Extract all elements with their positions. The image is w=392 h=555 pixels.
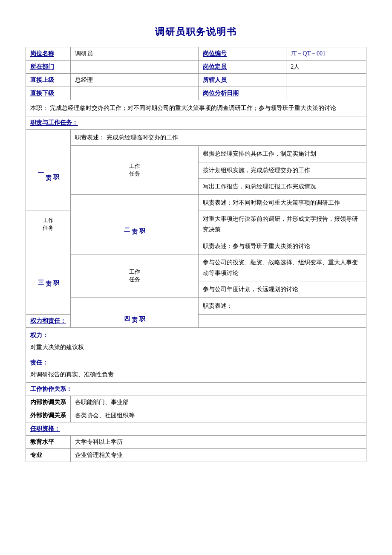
duty-3-task-2: 参与公司年度计划，长远规划的讨论 — [199, 281, 366, 298]
duty-content: 对调研报告的真实、准确性负责 — [30, 369, 362, 381]
table-row: 岗位名称 调研员 岗位编号 JT－QT－001 — [26, 47, 366, 61]
value-job-title: 调研员 — [71, 47, 199, 61]
external-relation-label: 外部协调关系 — [26, 409, 71, 422]
duty-1-task-3: 写出工作报告，向总经理汇报工作完成情况 — [199, 178, 366, 194]
duty-4-desc: 职责表述： — [199, 298, 366, 315]
duty-subtitle: 责任： — [30, 357, 362, 369]
label-job-title: 岗位名称 — [26, 47, 71, 61]
internal-relation-value: 各职能部门、事业部 — [71, 396, 366, 409]
duty-2-desc: 职责表述：对不同时期公司重大决策事项的调研工作 — [199, 194, 366, 211]
duty-2-task-label: 工作任务 — [26, 211, 71, 238]
internal-relation-label: 内部协调关系 — [26, 396, 71, 409]
duty-1-task-label: 工作任务 — [71, 146, 199, 195]
duty-1-task-1: 根据总经理安排的具体工作，制定实施计划 — [199, 146, 366, 162]
value-department — [71, 61, 199, 74]
table-row-duty-1-task-label: 工作任务 根据总经理安排的具体工作，制定实施计划 — [26, 146, 366, 162]
duty-3-desc: 职责表述：参与领导班子重大决策的讨论 — [199, 238, 366, 254]
power-subtitle: 权力： — [30, 330, 362, 341]
label-headcount: 岗位定员 — [199, 61, 286, 74]
table-row: 所在部门 岗位定员 2人 — [26, 61, 366, 74]
value-superior: 总经理 — [71, 74, 199, 87]
base-duty-cell: 本职： 完成总经理临时交办的工作；对不同时期公司的重大决策事项的调查调研工作；参… — [26, 100, 366, 116]
table-row-qualification-title: 任职资格： — [26, 422, 366, 436]
value-direct-sub — [71, 87, 199, 100]
duty-1-desc: 职责表述： 完成总经理临时交办的工作 — [71, 130, 366, 146]
table-row-power-content: 权力： 对重大决策的建议权 责任： 对调研报告的真实、准确性负责 — [26, 328, 366, 383]
major-value: 企业管理相关专业 — [71, 449, 366, 462]
duty-1-task-2: 按计划组织实施，完成总经理交办的工作 — [199, 162, 366, 178]
table-row-education: 教育水平 大学专科以上学历 — [26, 436, 366, 449]
table-row-duty-4: 职责四 职责表述： — [26, 298, 366, 315]
value-headcount: 2人 — [286, 61, 366, 74]
label-direct-sub: 直接下级 — [26, 87, 71, 100]
table-row-duty-1-desc: 职责一 职责表述： 完成总经理临时交办的工作 — [26, 130, 366, 146]
table-row-duty-2-desc: 职责二 职责表述：对不同时期公司重大决策事项的调研工作 — [26, 194, 366, 211]
work-relation-title: 工作协作关系： — [26, 383, 366, 396]
power-section-title: 权力和责任： — [26, 315, 366, 327]
page: 调研员职务说明书 岗位名称 调研员 岗位编号 JT－QT－001 所在部门 岗位… — [0, 0, 392, 555]
label-job-code: 岗位编号 — [199, 47, 286, 61]
table-row: 直接下级 岗位分析日期 — [26, 87, 366, 100]
table-row-duty-label: 职责与工作任务： — [26, 116, 366, 130]
table-row-internal-relation: 内部协调关系 各职能部门、事业部 — [26, 396, 366, 409]
education-value: 大学专科以上学历 — [71, 436, 366, 449]
duty-2-task-1: 对重大事项进行决策前的调研，并形成文字报告，报领导研究决策 — [199, 211, 366, 238]
label-department: 所在部门 — [26, 61, 71, 74]
table-row-duty-3-task-label: 工作任务 参与公司的投资、融资、战略选择、组织变革、重大人事变动等事项讨论 — [26, 254, 366, 281]
value-job-code: JT－QT－001 — [286, 47, 366, 61]
table-row: 直接上级 总经理 所辖人员 — [26, 74, 366, 87]
value-analysis-date — [286, 87, 366, 100]
duty-3-task-label: 工作任务 — [71, 254, 199, 298]
duty-1-id: 职责一 — [26, 130, 71, 211]
table-row-power-title: 权力和责任： — [26, 315, 366, 328]
label-analysis-date: 岗位分析日期 — [199, 87, 286, 100]
label-superior: 直接上级 — [26, 74, 71, 87]
label-subordinates: 所辖人员 — [199, 74, 286, 87]
table-row-base-duty: 本职： 完成总经理临时交办的工作；对不同时期公司的重大决策事项的调查调研工作；参… — [26, 100, 366, 116]
major-label: 专业 — [26, 449, 71, 462]
value-subordinates — [286, 74, 366, 87]
duty-2-id: 职责二 — [71, 194, 199, 254]
qualification-title: 任职资格： — [26, 422, 366, 436]
table-row-external-relation: 外部协调关系 各类协会、社团组织等 — [26, 409, 366, 422]
external-relation-value: 各类协会、社团组织等 — [71, 409, 366, 422]
main-table: 岗位名称 调研员 岗位编号 JT－QT－001 所在部门 岗位定员 2人 直接上… — [26, 47, 366, 462]
duty-work-section-label: 职责与工作任务： — [26, 116, 366, 130]
table-row-major: 专业 企业管理相关专业 — [26, 449, 366, 462]
page-title: 调研员职务说明书 — [26, 26, 366, 38]
power-content: 对重大决策的建议权 — [30, 341, 362, 353]
duty-3-task-1: 参与公司的投资、融资、战略选择、组织变革、重大人事变动等事项讨论 — [199, 254, 366, 281]
education-label: 教育水平 — [26, 436, 71, 449]
table-row-work-relation-title: 工作协作关系： — [26, 383, 366, 396]
duty-3-id: 职责三 — [26, 238, 71, 315]
